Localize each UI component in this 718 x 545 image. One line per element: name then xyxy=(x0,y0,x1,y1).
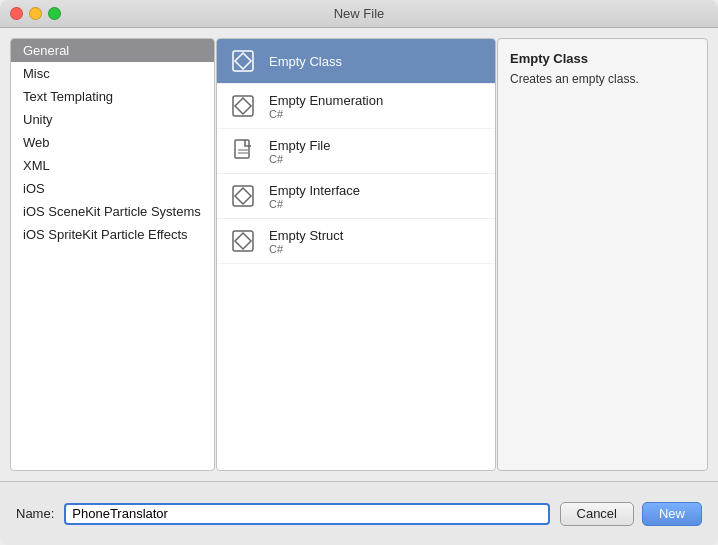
bottom-bar: Name: Cancel New xyxy=(0,481,718,545)
empty-interface-title: Empty Interface xyxy=(269,183,360,198)
template-list: Empty Class Empty Enumeration C# xyxy=(216,38,496,471)
sidebar: General Misc Text Templating Unity Web X… xyxy=(10,38,215,471)
empty-interface-icon xyxy=(227,180,259,212)
svg-marker-10 xyxy=(235,233,251,249)
template-item-empty-struct[interactable]: Empty Struct C# xyxy=(217,219,495,264)
empty-enumeration-subtitle: C# xyxy=(269,108,383,120)
maximize-button[interactable] xyxy=(48,7,61,20)
sidebar-item-ios-spritekit[interactable]: iOS SpriteKit Particle Effects xyxy=(11,223,214,246)
close-button[interactable] xyxy=(10,7,23,20)
empty-file-icon xyxy=(227,135,259,167)
sidebar-item-unity[interactable]: Unity xyxy=(11,108,214,131)
empty-interface-subtitle: C# xyxy=(269,198,360,210)
sidebar-item-web[interactable]: Web xyxy=(11,131,214,154)
empty-struct-subtitle: C# xyxy=(269,243,343,255)
detail-description: Creates an empty class. xyxy=(510,72,695,86)
empty-file-subtitle: C# xyxy=(269,153,330,165)
empty-enumeration-icon xyxy=(227,90,259,122)
detail-title: Empty Class xyxy=(510,51,695,66)
empty-struct-icon xyxy=(227,225,259,257)
new-button[interactable]: New xyxy=(642,502,702,526)
detail-panel: Empty Class Creates an empty class. xyxy=(497,38,708,471)
sidebar-item-general[interactable]: General xyxy=(11,39,214,62)
template-item-empty-enumeration[interactable]: Empty Enumeration C# xyxy=(217,84,495,129)
name-label: Name: xyxy=(16,506,54,521)
template-item-empty-file[interactable]: Empty File C# xyxy=(217,129,495,174)
template-item-empty-interface[interactable]: Empty Interface C# xyxy=(217,174,495,219)
svg-marker-8 xyxy=(235,188,251,204)
empty-interface-info: Empty Interface C# xyxy=(269,183,360,210)
sidebar-item-xml[interactable]: XML xyxy=(11,154,214,177)
title-bar: New File xyxy=(0,0,718,28)
window-title: New File xyxy=(334,6,385,21)
traffic-lights xyxy=(10,7,61,20)
empty-struct-info: Empty Struct C# xyxy=(269,228,343,255)
svg-marker-1 xyxy=(235,53,251,69)
svg-rect-4 xyxy=(235,140,249,158)
empty-file-info: Empty File C# xyxy=(269,138,330,165)
sidebar-item-text-templating[interactable]: Text Templating xyxy=(11,85,214,108)
template-item-empty-class[interactable]: Empty Class xyxy=(217,39,495,84)
main-content: General Misc Text Templating Unity Web X… xyxy=(0,28,718,481)
cancel-button[interactable]: Cancel xyxy=(560,502,634,526)
action-buttons: Cancel New xyxy=(560,502,702,526)
svg-marker-3 xyxy=(235,98,251,114)
empty-enumeration-title: Empty Enumeration xyxy=(269,93,383,108)
empty-file-title: Empty File xyxy=(269,138,330,153)
empty-class-info: Empty Class xyxy=(269,54,342,69)
empty-class-icon xyxy=(227,45,259,77)
empty-class-title: Empty Class xyxy=(269,54,342,69)
empty-struct-title: Empty Struct xyxy=(269,228,343,243)
minimize-button[interactable] xyxy=(29,7,42,20)
sidebar-item-misc[interactable]: Misc xyxy=(11,62,214,85)
name-input[interactable] xyxy=(64,503,549,525)
sidebar-item-ios-scenekit[interactable]: iOS SceneKit Particle Systems xyxy=(11,200,214,223)
empty-enumeration-info: Empty Enumeration C# xyxy=(269,93,383,120)
sidebar-item-ios[interactable]: iOS xyxy=(11,177,214,200)
